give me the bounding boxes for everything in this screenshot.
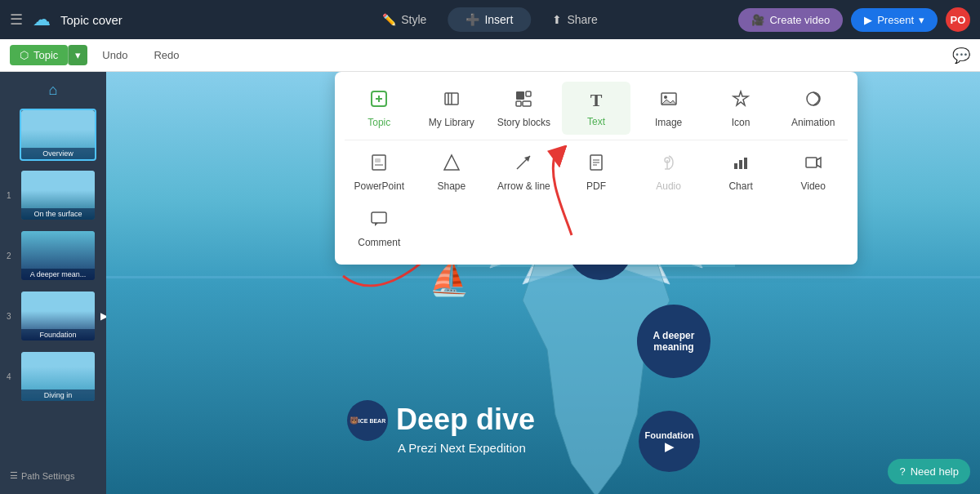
tab-style[interactable]: ✏️ Style bbox=[364, 7, 444, 32]
style-icon: ✏️ bbox=[382, 13, 396, 26]
insert-item-audio[interactable]: Audio bbox=[634, 145, 703, 198]
insert-item-text[interactable]: T Text bbox=[562, 82, 631, 135]
help-icon: ? bbox=[899, 465, 905, 478]
node-foundation[interactable]: Foundation ▶ bbox=[639, 411, 700, 472]
water-line bbox=[106, 276, 980, 278]
slide-thumb-2[interactable]: A deeper mean... bbox=[20, 229, 96, 282]
video-menu-icon bbox=[804, 154, 822, 176]
library-menu-icon bbox=[443, 90, 461, 112]
home-icon[interactable]: ⌂ bbox=[49, 82, 58, 99]
svg-marker-17 bbox=[733, 91, 748, 105]
slide-num-3: 3 bbox=[7, 312, 11, 321]
video-camera-icon: 🎥 bbox=[751, 14, 764, 26]
sailboat-icon: ⛵ bbox=[429, 260, 470, 298]
slide-3-wrap: 3 Foundation ▶ bbox=[20, 290, 96, 342]
insert-dropdown-menu: Topic My Library Story blocks T Text bbox=[335, 72, 858, 265]
insert-item-my-library[interactable]: My Library bbox=[417, 82, 487, 135]
insert-item-powerpoint[interactable]: PowerPoint bbox=[345, 145, 414, 198]
present-button[interactable]: ▶ Present ▾ bbox=[851, 8, 938, 32]
undo-button[interactable]: Undo bbox=[91, 45, 139, 65]
slide-label-4: Diving in bbox=[21, 389, 95, 401]
comment-icon[interactable]: 💬 bbox=[952, 47, 970, 65]
path-settings-icon: ☰ bbox=[10, 470, 18, 481]
document-title: Topic cover bbox=[60, 13, 122, 27]
play-circle-icon: ▶ bbox=[665, 440, 674, 453]
slide-2-wrap: 2 A deeper mean... bbox=[20, 229, 96, 282]
user-avatar[interactable]: PO bbox=[946, 7, 970, 32]
secondary-toolbar: ⬡ Topic ▾ Undo Redo 💬 bbox=[0, 39, 980, 72]
topic-menu-icon bbox=[370, 90, 388, 112]
chart-menu-icon bbox=[732, 154, 750, 176]
text-menu-icon: T bbox=[590, 90, 603, 111]
insert-item-image[interactable]: Image bbox=[634, 82, 703, 135]
topbar-right: 🎥 Create video ▶ Present ▾ PO bbox=[738, 7, 970, 32]
svg-rect-12 bbox=[516, 101, 521, 106]
animation-menu-icon bbox=[804, 90, 822, 112]
svg-rect-34 bbox=[744, 158, 747, 169]
app-logo: ☁ bbox=[33, 9, 51, 30]
slide-thumb-4[interactable]: Diving in bbox=[20, 350, 96, 403]
insert-separator bbox=[345, 140, 848, 140]
node-deeper[interactable]: A deeper meaning bbox=[637, 305, 710, 378]
share-icon: ⬆ bbox=[552, 13, 562, 26]
insert-icon: ➕ bbox=[466, 13, 479, 26]
insert-item-shape[interactable]: Shape bbox=[417, 145, 487, 198]
slide-label-3: Foundation bbox=[21, 329, 95, 340]
slide-overview-wrap: Overview bbox=[20, 109, 96, 161]
slide-thumb-overview[interactable]: Overview bbox=[20, 109, 96, 161]
slide-1-wrap: 1 On the surface bbox=[20, 169, 96, 221]
pdf-menu-icon bbox=[587, 154, 605, 176]
slide-thumb-1[interactable]: On the surface bbox=[20, 169, 96, 221]
menu-icon[interactable]: ☰ bbox=[10, 11, 23, 29]
need-help-button[interactable]: ? Need help bbox=[888, 459, 970, 484]
slide-label-overview: Overview bbox=[21, 148, 95, 159]
insert-item-animation[interactable]: Animation bbox=[778, 82, 848, 135]
svg-rect-37 bbox=[372, 212, 386, 223]
insert-item-icon[interactable]: Icon bbox=[706, 82, 776, 135]
insert-item-pdf[interactable]: PDF bbox=[562, 145, 631, 198]
tab-insert[interactable]: ➕ Insert bbox=[448, 7, 531, 32]
slides-sidebar: ⌂ Overview 1 On the surface 2 bbox=[0, 72, 106, 494]
topic-dropdown-button[interactable]: ▾ bbox=[68, 45, 87, 65]
deep-dive-title: Deep dive bbox=[396, 403, 535, 437]
topic-icon: ⬡ bbox=[20, 49, 29, 61]
canvas-area[interactable]: Diving in ⛵ 🚢 On the surface A deeper me… bbox=[106, 72, 980, 494]
insert-item-video[interactable]: Video bbox=[778, 145, 848, 198]
insert-item-comment[interactable]: Comment bbox=[345, 202, 414, 255]
shape-menu-icon bbox=[443, 154, 461, 176]
svg-rect-35 bbox=[806, 158, 817, 167]
topic-button[interactable]: ⬡ Topic bbox=[10, 45, 68, 65]
svg-marker-38 bbox=[375, 223, 378, 226]
tab-share[interactable]: ⬆ Share bbox=[534, 7, 615, 32]
svg-marker-16 bbox=[662, 100, 676, 105]
slide-num-4: 4 bbox=[7, 372, 11, 381]
svg-rect-11 bbox=[526, 91, 531, 96]
icon-menu-icon bbox=[732, 90, 750, 112]
slide-label-2: A deeper mean... bbox=[21, 269, 95, 280]
path-settings-button[interactable]: ☰ Path Settings bbox=[3, 464, 103, 487]
svg-marker-22 bbox=[444, 155, 459, 170]
redo-button[interactable]: Redo bbox=[142, 45, 190, 65]
powerpoint-menu-icon bbox=[370, 154, 388, 176]
slide-num-1: 1 bbox=[7, 191, 11, 200]
arrow-menu-icon bbox=[514, 154, 532, 176]
deep-dive-subtitle: A Prezi Next Expedition bbox=[398, 441, 526, 455]
insert-item-chart[interactable]: Chart bbox=[706, 145, 776, 198]
create-video-button[interactable]: 🎥 Create video bbox=[738, 8, 843, 32]
story-blocks-menu-icon bbox=[514, 90, 532, 112]
slide-label-1: On the surface bbox=[21, 208, 95, 220]
insert-grid: Topic My Library Story blocks T Text bbox=[345, 82, 848, 255]
present-dropdown-icon[interactable]: ▾ bbox=[919, 14, 924, 26]
slide-thumb-3[interactable]: Foundation bbox=[20, 290, 96, 342]
insert-item-arrow[interactable]: Arrow & line bbox=[489, 145, 559, 198]
topbar-tabs: ✏️ Style ➕ Insert ⬆ Share bbox=[364, 7, 616, 32]
insert-item-story-blocks[interactable]: Story blocks bbox=[489, 82, 559, 135]
slide-play-icon[interactable]: ▶ bbox=[100, 310, 106, 322]
comment-menu-icon bbox=[370, 210, 388, 232]
svg-rect-33 bbox=[739, 160, 742, 169]
slide-4-wrap: 4 Diving in bbox=[20, 350, 96, 403]
svg-marker-36 bbox=[817, 158, 821, 167]
svg-rect-20 bbox=[375, 158, 381, 162]
insert-item-topic[interactable]: Topic bbox=[345, 82, 414, 135]
play-icon: ▶ bbox=[864, 14, 872, 26]
